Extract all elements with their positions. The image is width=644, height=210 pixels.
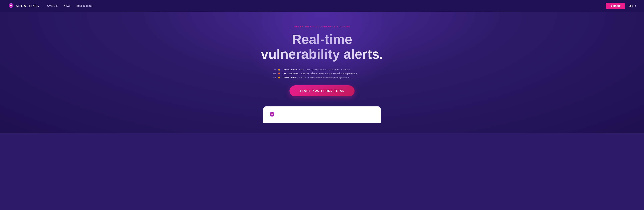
cve-severity-dot [278, 72, 280, 74]
nav-news[interactable]: News [64, 4, 70, 8]
hero-tagline: NEVER MISS A VULNERABILITY AGAIN! [294, 25, 350, 28]
hero-section: NEVER MISS A VULNERABILITY AGAIN! Real-t… [0, 12, 644, 133]
preview-logo-icon [269, 111, 276, 118]
cve-description: Victor Zaviot Camera MQTT Packet denial … [299, 68, 350, 71]
cve-description: SourceCodester Best House Rental Managem… [299, 76, 351, 79]
logo[interactable]: SECALERTS [8, 3, 39, 9]
hero-title-line2: vulnerability alerts. [261, 47, 383, 62]
nav-cve-list[interactable]: CVE List [47, 4, 58, 8]
login-button[interactable]: Log in [628, 4, 636, 8]
cve-time: 12h [272, 72, 276, 75]
logo-text: SECALERTS [16, 4, 39, 8]
cve-id: CVE-2024-5094 [282, 72, 298, 75]
navbar: SECALERTS CVE List News Book a demo Sign… [0, 0, 644, 12]
hero-title: Real-time vulnerability alerts. [261, 32, 383, 62]
cta-button[interactable]: START YOUR FREE TRIAL [290, 85, 354, 96]
logo-icon [8, 3, 14, 9]
cve-time: 6h [272, 68, 276, 71]
cve-item: 6h CVE-2024-5095 Victor Zaviot Camera MQ… [272, 68, 372, 71]
svg-point-1 [271, 114, 273, 115]
cve-id: CVE-2024-5093 [282, 76, 297, 79]
cve-item: 13h CVE-2024-5093 SourceCodester Best Ho… [272, 76, 372, 79]
preview-card [263, 107, 381, 123]
cve-item-featured: 12h CVE-2024-5094 SourceCodester Best Ho… [272, 72, 372, 75]
cve-id: CVE-2024-5095 [282, 68, 297, 71]
nav-links: CVE List News Book a demo [47, 4, 606, 8]
cve-severity-dot [278, 69, 280, 71]
signup-button[interactable]: Sign up [606, 3, 626, 9]
nav-book-demo[interactable]: Book a demo [76, 4, 92, 8]
cve-time: 13h [272, 76, 276, 79]
cve-description: SourceCodester Best House Rental Managem… [300, 72, 359, 75]
svg-point-0 [10, 5, 12, 6]
nav-actions: Sign up Log in [606, 3, 636, 9]
cve-list: 6h CVE-2024-5095 Victor Zaviot Camera MQ… [272, 68, 372, 79]
hero-title-line1: Real-time [292, 32, 352, 47]
cve-severity-dot [278, 76, 280, 78]
